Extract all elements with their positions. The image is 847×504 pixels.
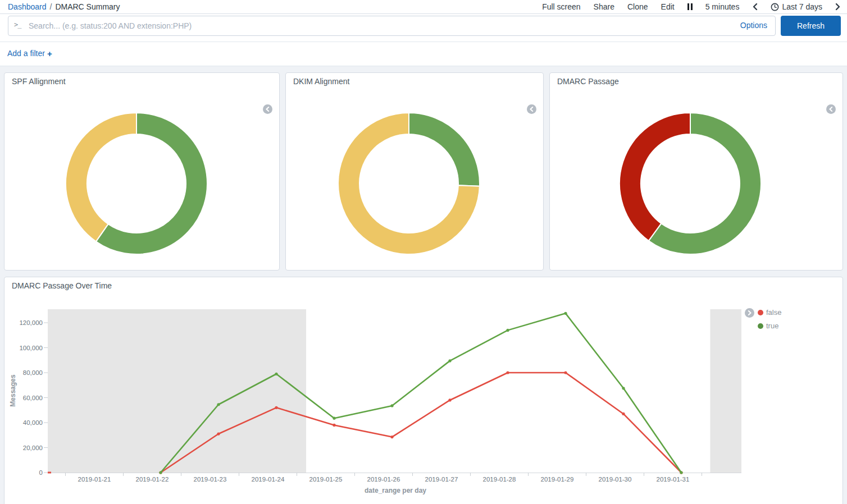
panel-dkim-alignment: DKIM Alignment [285,72,544,271]
panel-title: DMARC Passage Over Time [12,281,112,290]
svg-text:2019-01-28: 2019-01-28 [483,476,516,483]
breadcrumb: Dashboard / DMARC Summary [8,2,120,11]
svg-text:2019-01-27: 2019-01-27 [425,476,458,483]
panel-title: DKIM Alignment [293,77,349,86]
refresh-button[interactable]: Refresh [781,16,841,36]
clock-icon [771,3,779,11]
dashboard-grid: SPF Allignment DKIM Alignment DMARC Pass… [0,66,847,504]
clone-button[interactable]: Clone [627,2,648,11]
panel-title: DMARC Passage [557,77,619,86]
share-button[interactable]: Share [594,2,614,11]
time-range-label: Last 7 days [782,2,822,11]
legend-collapse-icon[interactable] [263,104,272,114]
panel-spf-alignment: SPF Allignment [4,72,280,271]
panel-dmarc-passage: DMARC Passage [549,72,843,271]
svg-text:2019-01-22: 2019-01-22 [136,476,169,483]
edit-button[interactable]: Edit [661,2,675,11]
full-screen-button[interactable]: Full screen [542,2,580,11]
options-link[interactable]: Options [740,21,767,30]
legend-collapse-icon[interactable] [745,308,754,318]
plus-icon: + [47,49,52,58]
panel-title: SPF Allignment [12,77,66,86]
legend-item-true[interactable]: true [758,322,781,330]
svg-text:80,000: 80,000 [23,369,43,376]
breadcrumb-dashboard-link[interactable]: Dashboard [8,2,47,11]
time-range-picker[interactable]: Last 7 days [771,2,822,11]
page-title: DMARC Summary [55,2,120,11]
svg-text:2019-01-21: 2019-01-21 [78,476,111,483]
dmarc-donut-chart[interactable] [550,73,843,270]
svg-text:60,000: 60,000 [23,395,43,401]
time-forward-chevron-icon[interactable] [835,3,841,11]
panel-dmarc-over-time: DMARC Passage Over Time false true 020,0… [4,277,843,504]
svg-text:100,000: 100,000 [19,345,43,351]
svg-text:2019-01-25: 2019-01-25 [309,476,343,483]
legend-collapse-icon[interactable] [527,104,536,114]
legend-dot-true [758,323,763,329]
chart-legend: false true [758,308,781,335]
breadcrumb-separator: / [50,2,52,11]
legend-label: false [766,308,781,317]
svg-text:2019-01-24: 2019-01-24 [252,476,285,483]
top-menu: Full screen Share Clone Edit 5 minutes L… [542,2,841,11]
legend-label: true [766,322,778,330]
svg-text:date_range per day: date_range per day [365,487,426,494]
dkim-donut-chart[interactable] [286,73,543,270]
pause-refresh-icon[interactable] [687,3,693,11]
add-filter-button[interactable]: Add a filter + [7,49,52,58]
filter-bar: Add a filter + [0,42,847,66]
svg-text:2019-01-26: 2019-01-26 [367,476,400,483]
refresh-interval-button[interactable]: 5 minutes [705,2,740,11]
terminal-prompt-icon: >_ [14,21,21,29]
add-filter-label: Add a filter [7,49,45,58]
legend-dot-false [758,310,763,315]
query-bar: >_ Options Refresh [0,14,847,42]
time-back-chevron-icon[interactable] [752,3,758,11]
svg-text:120,000: 120,000 [19,319,43,326]
svg-text:2019-01-23: 2019-01-23 [194,476,227,483]
dmarc-over-time-line-chart[interactable]: 020,00040,00060,00080,000100,000120,0002… [4,277,843,504]
search-input[interactable] [8,16,776,36]
legend-item-false[interactable]: false [758,308,781,317]
svg-text:2019-01-31: 2019-01-31 [657,476,690,483]
svg-text:40,000: 40,000 [23,419,43,426]
legend-collapse-icon[interactable] [826,104,836,114]
top-nav-bar: Dashboard / DMARC Summary Full screen Sh… [0,0,847,14]
svg-text:20,000: 20,000 [23,445,43,451]
svg-text:2019-01-30: 2019-01-30 [599,476,632,483]
svg-text:2019-01-29: 2019-01-29 [541,476,574,483]
spf-donut-chart[interactable] [4,73,279,270]
svg-text:0: 0 [39,469,43,476]
svg-text:Messages: Messages [9,374,17,407]
